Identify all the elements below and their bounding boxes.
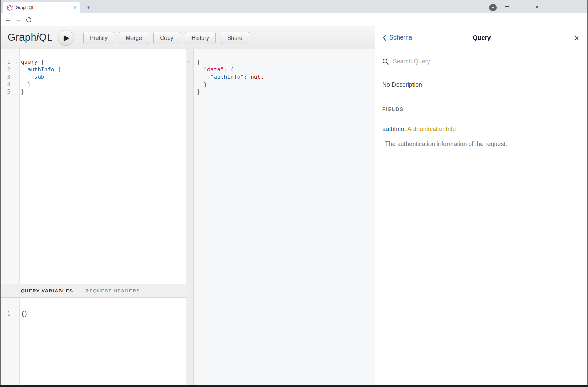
- field-row: authInfo: AuthenticationInfo: [382, 126, 574, 133]
- result-line: {: [197, 58, 375, 66]
- download-status-icon[interactable]: ▼: [489, 4, 497, 11]
- fold-arrow-icon[interactable]: ▾: [188, 58, 190, 66]
- toolbar-button-merge[interactable]: Merge: [119, 32, 148, 44]
- query-editor[interactable]: 12345▾ query { authInfo { sub }}: [0, 49, 186, 284]
- browser-tab[interactable]: GraphiQL ×: [3, 2, 80, 13]
- back-icon[interactable]: ←: [3, 13, 13, 26]
- fields-section-title: FIELDS: [382, 106, 574, 112]
- toolbar-button-history[interactable]: History: [185, 32, 216, 44]
- result-line: }: [197, 81, 375, 88]
- result-line: }: [197, 88, 375, 96]
- code-line: query {: [21, 58, 186, 66]
- window-minimize-button[interactable]: [499, 0, 514, 13]
- browser-navbar: ← → localhost:3000/graphql ☆ P Tp: [0, 13, 588, 26]
- doc-search-input[interactable]: [393, 58, 562, 65]
- line-number: 3: [0, 73, 17, 81]
- code-line: sub: [21, 73, 186, 81]
- variables-editor-gutter: 1: [0, 298, 20, 385]
- line-number: 1: [0, 310, 17, 318]
- code-line: }: [21, 88, 186, 96]
- fields-divider: [382, 117, 574, 117]
- line-number: 5: [0, 88, 17, 96]
- result-json: { "data": { "authInfo": null }}: [197, 49, 375, 96]
- new-tab-button[interactable]: +: [84, 3, 93, 12]
- reload-icon[interactable]: [24, 13, 34, 26]
- window-border-left: [0, 0, 1, 387]
- field-type-link[interactable]: AuthenticationInfo: [407, 126, 456, 132]
- graphiql-toolbar: PrettifyMergeCopyHistoryShare: [83, 32, 249, 44]
- line-number: 1: [0, 58, 17, 66]
- toolbar-button-share[interactable]: Share: [221, 32, 249, 44]
- graphql-favicon: [7, 5, 13, 11]
- result-line: "authInfo": null: [197, 73, 375, 81]
- doc-explorer-header: Schema Query ×: [375, 26, 588, 51]
- code-line: }: [21, 81, 186, 88]
- taskbar-edge: [0, 385, 588, 387]
- browser-window: GraphiQL × + ▼ × ← → localhost:3000/grap…: [0, 0, 588, 387]
- code-line: {}: [21, 310, 186, 318]
- line-number: 2: [0, 66, 17, 74]
- doc-explorer-panel: Schema Query × No Description FIELDS aut…: [375, 26, 588, 385]
- play-icon: ▶: [64, 34, 69, 42]
- line-number: 4: [0, 81, 17, 88]
- window-maximize-button[interactable]: [514, 0, 529, 13]
- variables-editor-code[interactable]: {}: [21, 298, 186, 318]
- fold-arrow-icon[interactable]: ▾: [15, 59, 17, 66]
- search-icon: [382, 58, 389, 65]
- forward-icon[interactable]: →: [13, 13, 24, 26]
- doc-type-title: Query: [375, 34, 588, 42]
- result-line: "data": {: [197, 66, 375, 74]
- doc-search-row: [382, 51, 571, 72]
- doc-close-icon[interactable]: ×: [574, 33, 579, 43]
- execute-query-button[interactable]: ▶: [58, 30, 74, 46]
- result-fold-gutter: ▾: [186, 49, 194, 385]
- doc-body: No Description FIELDS authInfo: Authenti…: [382, 72, 574, 148]
- variables-editor[interactable]: 1 {}: [0, 298, 186, 385]
- tab-request-headers[interactable]: REQUEST HEADERS: [86, 288, 140, 293]
- query-pane: 12345▾ query { authInfo { sub }} QUERY V…: [0, 49, 186, 385]
- tab-title: GraphiQL: [16, 5, 73, 10]
- tab-close-icon[interactable]: ×: [73, 5, 78, 11]
- secondary-editor-tabs: QUERY VARIABLESREQUEST HEADERS: [0, 284, 186, 298]
- code-line: authInfo {: [21, 66, 186, 74]
- toolbar-button-copy[interactable]: Copy: [153, 32, 180, 44]
- graphiql-logo: GraphiQL: [8, 32, 53, 43]
- result-pane: ▾ { "data": { "authInfo": null }}: [186, 49, 375, 385]
- type-description: No Description: [382, 81, 574, 88]
- toolbar-button-prettify[interactable]: Prettify: [83, 32, 114, 44]
- field-name-link[interactable]: authInfo: [382, 126, 404, 132]
- tab-query-variables[interactable]: QUERY VARIABLES: [21, 288, 73, 293]
- window-close-button[interactable]: ×: [529, 0, 545, 13]
- browser-titlebar: GraphiQL × + ▼ ×: [0, 0, 588, 13]
- field-description: The authentication information of the re…: [385, 140, 574, 148]
- query-editor-gutter: 12345▾: [0, 49, 20, 284]
- query-editor-code[interactable]: query { authInfo { sub }}: [21, 49, 186, 96]
